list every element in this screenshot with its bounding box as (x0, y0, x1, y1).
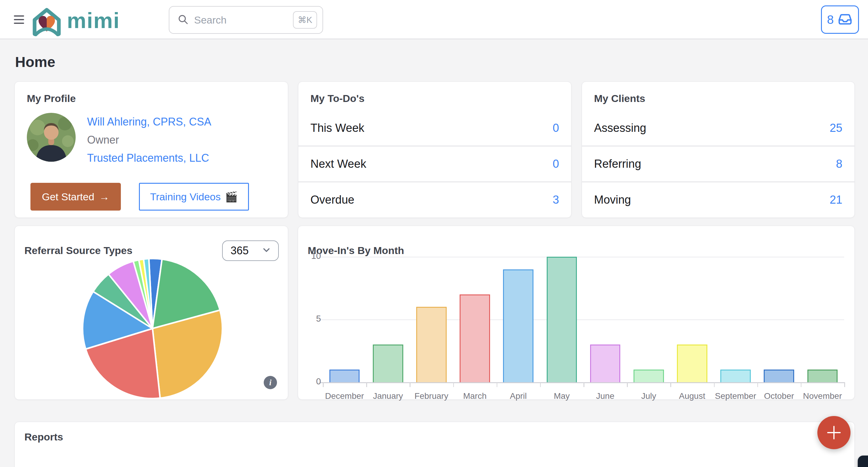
chevron-down-icon (261, 245, 272, 256)
my-todos-card: My To-Do's This Week 0 Next Week 0 Overd… (298, 82, 571, 218)
x-tick (627, 382, 628, 387)
profile-card-title: My Profile (27, 93, 276, 105)
gridline-y0 (320, 382, 844, 383)
search-placeholder: Search (194, 14, 293, 26)
x-tick (584, 382, 584, 387)
bar-march[interactable] (460, 294, 490, 382)
profile-role: Owner (87, 131, 211, 149)
x-tick (670, 382, 671, 387)
bar-may[interactable] (547, 257, 577, 382)
clapper-board-icon: 🎬 (225, 191, 238, 203)
todo-next-week-count[interactable]: 0 (553, 157, 559, 171)
gridline-y5 (320, 319, 844, 320)
x-tick (844, 382, 845, 387)
date-range-select[interactable]: 365 (222, 240, 279, 261)
x-axis-label-december: December (323, 391, 366, 401)
x-tick (801, 382, 802, 387)
profile-name-link[interactable]: Will Ahlering, CPRS, CSA (87, 113, 211, 131)
x-axis-label-june: June (584, 391, 627, 401)
x-axis-label-august: August (670, 391, 714, 401)
top-bar: mimi Search ⌘K 8 (0, 0, 868, 39)
todo-row-next-week[interactable]: Next Week 0 (299, 146, 571, 182)
x-axis-label-january: January (366, 391, 410, 401)
y-axis-label-5: 5 (307, 314, 321, 324)
bar-november[interactable] (807, 370, 838, 382)
keyboard-shortcut-badge: ⌘K (293, 11, 317, 29)
search-input[interactable]: Search ⌘K (169, 6, 323, 34)
logo-wordmark: mimi (67, 10, 120, 34)
date-range-value: 365 (230, 244, 261, 257)
avatar (27, 113, 76, 162)
bar-august[interactable] (677, 345, 707, 382)
x-axis-label-october: October (757, 391, 801, 401)
page-title: Home (15, 54, 55, 70)
x-tick (497, 382, 498, 387)
bar-april[interactable] (503, 269, 533, 382)
x-axis-label-july: July (627, 391, 670, 401)
inbox-button[interactable]: 8 (821, 5, 859, 34)
x-tick (540, 382, 541, 387)
bar-february[interactable] (416, 307, 447, 382)
my-clients-card: My Clients Assessing 25 Referring 8 Movi… (582, 82, 855, 218)
inbox-count: 8 (827, 13, 834, 27)
bar-june[interactable] (590, 345, 621, 382)
todos-card-title: My To-Do's (299, 93, 571, 105)
bar-october[interactable] (764, 370, 794, 382)
my-profile-card: My Profile Will Ahlering, CPRS, CSA Owne… (14, 82, 288, 218)
bar-july[interactable] (633, 370, 664, 382)
chat-launcher[interactable] (858, 456, 868, 467)
clients-referring-count[interactable]: 8 (836, 157, 842, 171)
x-tick (757, 382, 758, 387)
x-axis-label-march: March (453, 391, 497, 401)
clients-card-title: My Clients (582, 93, 855, 105)
x-axis-label-april: April (497, 391, 540, 401)
x-tick (410, 382, 410, 387)
movein-bar-chart: 0510DecemberJanuaryFebruaryMarchAprilMay… (307, 253, 849, 397)
bar-december[interactable] (330, 370, 360, 382)
inbox-tray-icon (837, 11, 853, 28)
plus-icon (825, 424, 843, 441)
info-icon[interactable]: i (264, 376, 277, 389)
x-axis-label-february: February (410, 391, 453, 401)
arrow-right-icon: → (99, 191, 110, 203)
app-logo[interactable]: mimi (31, 7, 120, 37)
move-ins-by-month-card: Move-In's By Month 0510DecemberJanuaryFe… (298, 226, 855, 400)
y-axis-label-0: 0 (307, 377, 321, 386)
clients-assessing-count[interactable]: 25 (830, 122, 842, 135)
profile-company-link[interactable]: Trusted Placements, LLC (87, 149, 211, 167)
todo-overdue-count[interactable]: 3 (553, 194, 559, 206)
x-tick (323, 382, 324, 387)
search-icon (177, 13, 189, 26)
referral-pie-chart[interactable] (80, 256, 225, 401)
clients-row-assessing[interactable]: Assessing 25 (582, 110, 855, 146)
gridline-y10 (320, 257, 844, 257)
referral-source-types-card: Referral Source Types 365 i (14, 226, 288, 400)
x-tick (366, 382, 367, 387)
reports-card-title: Reports (24, 431, 845, 443)
clients-moving-count[interactable]: 21 (830, 194, 842, 206)
bar-january[interactable] (373, 345, 403, 382)
clients-row-referring[interactable]: Referring 8 (582, 146, 855, 182)
x-tick (453, 382, 454, 387)
get-started-button[interactable]: Get Started → (30, 183, 121, 211)
reports-clients-subsection[interactable]: Clients (32, 466, 845, 467)
todo-this-week-count[interactable]: 0 (553, 122, 559, 135)
x-axis-label-september: September (714, 391, 757, 401)
add-button[interactable] (817, 416, 850, 449)
bar-september[interactable] (720, 370, 751, 382)
referral-card-title: Referral Source Types (24, 245, 132, 256)
y-axis-label-10: 10 (307, 251, 321, 261)
todo-row-overdue[interactable]: Overdue 3 (299, 182, 571, 217)
clients-row-moving[interactable]: Moving 21 (582, 182, 855, 217)
x-tick (714, 382, 715, 387)
reports-card: Reports Clients (14, 422, 855, 467)
x-axis-label-november: November (801, 391, 844, 401)
training-videos-button[interactable]: Training Videos 🎬 (139, 183, 249, 211)
x-axis-label-may: May (540, 391, 584, 401)
mimi-house-heart-icon (31, 7, 63, 37)
todo-row-this-week[interactable]: This Week 0 (299, 110, 571, 146)
hamburger-menu-icon[interactable] (14, 14, 25, 25)
